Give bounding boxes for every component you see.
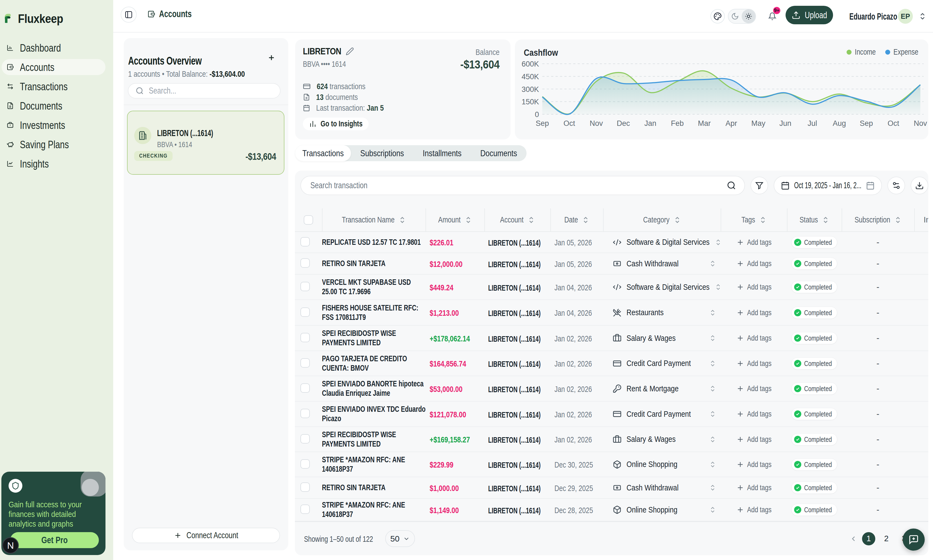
svg-text:Apr: Apr [726,119,737,128]
svg-text:Jul: Jul [808,119,817,128]
svg-text:Sep: Sep [536,119,549,128]
svg-text:Nov: Nov [914,119,927,128]
svg-text:Jan: Jan [644,119,656,128]
svg-text:May: May [751,119,766,128]
svg-text:Sep: Sep [860,119,873,128]
svg-text:Oct: Oct [887,119,899,128]
svg-text:450K: 450K [522,72,539,81]
svg-text:Aug: Aug [833,119,846,128]
svg-text:Nov: Nov [590,119,603,128]
svg-text:600K: 600K [522,60,539,68]
svg-text:Mar: Mar [698,119,711,128]
svg-text:0: 0 [535,111,539,118]
svg-text:Oct: Oct [563,119,576,128]
svg-text:Dec: Dec [617,119,630,128]
svg-text:Jun: Jun [779,119,791,128]
svg-text:300K: 300K [522,85,539,94]
svg-text:Feb: Feb [671,119,684,128]
svg-text:150K: 150K [522,98,539,106]
